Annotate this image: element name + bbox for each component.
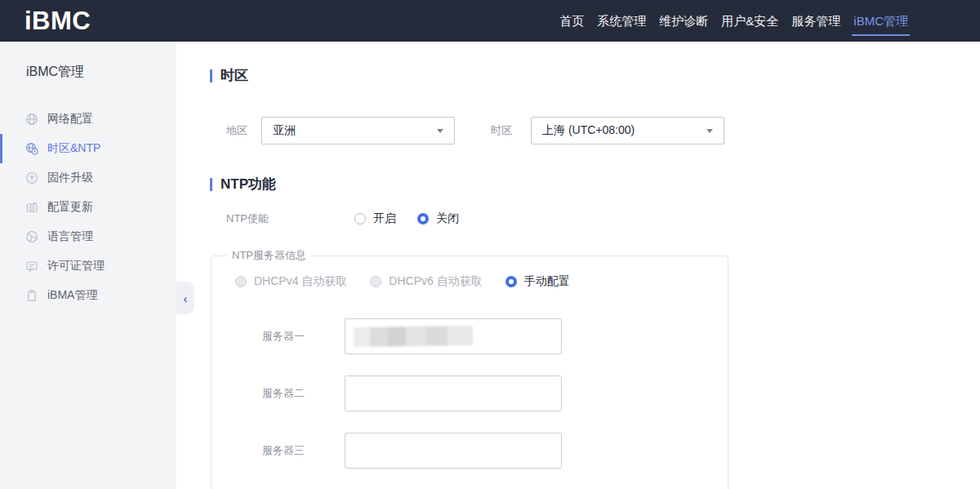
section-accent-bar (210, 178, 212, 191)
ntp-server-group: NTP服务器信息 DHCPv4 自动获取 DHCPv6 自动获取 手动配置 (211, 248, 728, 489)
main-content: 时区 地区 亚洲 时区 上海 (UTC+08:00) NTP功能 (176, 42, 980, 489)
ntp-section-title: NTP功能 (210, 175, 980, 193)
sidebar-item-timezone-ntp[interactable]: 时区&NTP (0, 134, 176, 163)
sidebar-item-ibma-management[interactable]: iBMA管理 (0, 281, 176, 310)
radio-disabled-icon (370, 276, 381, 287)
server-one-row: 服务器一 (262, 318, 728, 354)
ntp-enable-on-option[interactable]: 开启 (354, 211, 396, 226)
timezone-select[interactable]: 上海 (UTC+08:00) (531, 117, 724, 144)
timezone-label: 时区 (491, 123, 515, 138)
app-logo: iBMC (24, 0, 91, 42)
sidebar-collapse-button[interactable]: ‹ (176, 282, 194, 314)
radio-checked-icon (506, 276, 517, 287)
nav-home[interactable]: 首页 (553, 0, 590, 42)
nav-ibmc-management[interactable]: iBMC管理 (847, 0, 915, 42)
server-one-label: 服务器一 (262, 329, 345, 344)
sidebar-item-label: 网络配置 (47, 112, 93, 127)
sidebar-item-network-config[interactable]: 网络配置 (0, 104, 176, 134)
dhcpv6-auto-option: DHCPv6 自动获取 (370, 274, 482, 289)
sidebar-item-firmware-upgrade[interactable]: 固件升级 (0, 163, 176, 193)
nav-service-management[interactable]: 服务管理 (785, 0, 847, 42)
ntp-enable-off-option[interactable]: 关闭 (417, 211, 459, 226)
sidebar-item-label: 语言管理 (47, 229, 93, 244)
nav-system-management[interactable]: 系统管理 (590, 0, 653, 42)
chevron-down-icon (706, 129, 713, 133)
timezone-section: 时区 地区 亚洲 时区 上海 (UTC+08:00) (210, 66, 980, 144)
section-accent-bar (210, 69, 212, 82)
sidebar-item-label: 固件升级 (47, 171, 93, 185)
radio-checked-icon (417, 213, 429, 224)
sidebar-item-label: 许可证管理 (47, 259, 105, 273)
chevron-left-icon: ‹ (184, 291, 188, 305)
ntp-enable-row: NTP使能 开启 关闭 (226, 211, 980, 226)
region-label: 地区 (226, 123, 247, 138)
network-icon (25, 113, 38, 126)
server-one-input[interactable] (345, 318, 562, 354)
server-three-label: 服务器三 (262, 443, 345, 458)
timezone-select-value: 上海 (UTC+08:00) (542, 123, 635, 138)
config-update-icon (25, 201, 38, 214)
sidebar: iBMC管理 网络配置 时区&NTP 固件升级 (0, 42, 176, 489)
timezone-section-title: 时区 (210, 66, 980, 85)
region-select-value: 亚洲 (273, 123, 296, 138)
sidebar-title: iBMC管理 (0, 42, 176, 81)
license-icon (25, 260, 38, 273)
server-three-row: 服务器三 (262, 433, 728, 469)
timezone-ntp-icon (25, 142, 38, 155)
top-nav: 首页 系统管理 维护诊断 用户&安全 服务管理 iBMC管理 (553, 0, 915, 42)
ntp-enable-label: NTP使能 (226, 211, 354, 226)
sidebar-item-label: iBMA管理 (47, 288, 97, 303)
manual-config-option[interactable]: 手动配置 (506, 274, 570, 289)
ntp-server-mode-row: DHCPv4 自动获取 DHCPv6 自动获取 手动配置 (235, 274, 728, 289)
region-select[interactable]: 亚洲 (261, 117, 455, 144)
nav-user-security[interactable]: 用户&安全 (715, 0, 785, 42)
server-two-label: 服务器二 (262, 386, 345, 401)
server-three-input[interactable] (345, 433, 562, 469)
language-icon (25, 230, 38, 243)
timezone-form-row: 地区 亚洲 时区 上海 (UTC+08:00) (226, 117, 980, 144)
sidebar-item-language-management[interactable]: 语言管理 (0, 222, 176, 251)
radio-unchecked-icon (354, 213, 366, 224)
dhcpv4-auto-option: DHCPv4 自动获取 (235, 274, 347, 289)
radio-disabled-icon (235, 276, 247, 287)
sidebar-item-config-update[interactable]: 配置更新 (0, 193, 176, 222)
chevron-down-icon (437, 129, 443, 133)
ntp-server-group-legend: NTP服务器信息 (227, 248, 311, 263)
server-two-row: 服务器二 (262, 376, 728, 411)
sidebar-menu: 网络配置 时区&NTP 固件升级 配置更新 (0, 104, 176, 310)
server-two-input[interactable] (345, 376, 562, 411)
ntp-section: NTP功能 NTP使能 开启 关闭 NTP服务器信息 DHC (210, 175, 980, 489)
sidebar-item-label: 配置更新 (47, 200, 93, 215)
sidebar-item-label: 时区&NTP (47, 141, 100, 156)
sidebar-item-license-management[interactable]: 许可证管理 (0, 251, 176, 281)
firmware-upgrade-icon (25, 171, 38, 184)
nav-maintenance-diagnosis[interactable]: 维护诊断 (653, 0, 715, 42)
ibma-icon (25, 289, 38, 302)
topbar: iBMC 首页 系统管理 维护诊断 用户&安全 服务管理 iBMC管理 (0, 0, 980, 42)
